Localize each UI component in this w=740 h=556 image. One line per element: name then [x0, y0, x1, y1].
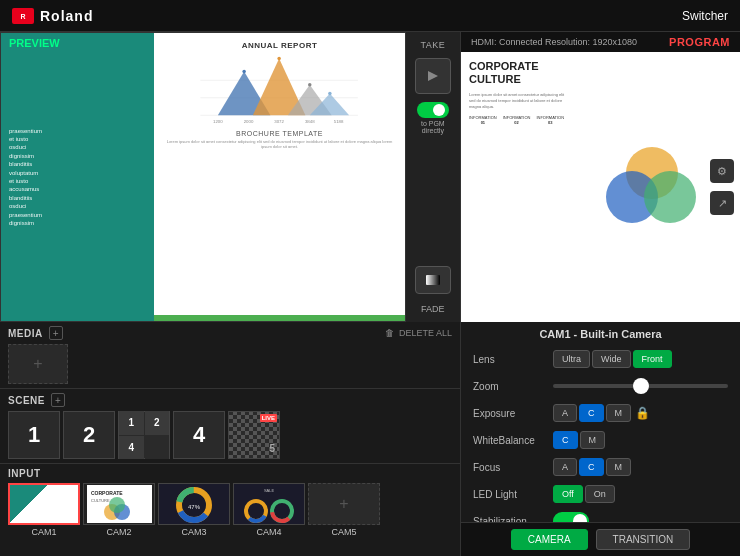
- program-icons: ⚙ ↗: [710, 159, 734, 215]
- media-add-button[interactable]: +: [49, 326, 63, 340]
- scene-5-label: 5: [269, 443, 275, 454]
- scene-grid: 1 2 1 2 4 4: [8, 411, 452, 459]
- tab-camera[interactable]: CAMERA: [511, 529, 588, 550]
- live-badge: LIVE: [260, 414, 277, 422]
- scene-add-button[interactable]: +: [51, 393, 65, 407]
- preview-content: praesentium et iusto osduci dignissim bl…: [1, 33, 405, 321]
- hdmi-status: HDMI: Connected Resolution: 1920x1080: [471, 37, 637, 47]
- media-title: MEDIA: [8, 328, 43, 339]
- cam-control-whitebalance: C M: [553, 431, 728, 449]
- fade-icon: [426, 275, 440, 285]
- exposure-c-button[interactable]: C: [579, 404, 604, 422]
- zoom-slider[interactable]: [553, 384, 728, 388]
- scene-item-3[interactable]: 1 2 4: [118, 411, 170, 459]
- to-pgm-switch[interactable]: [417, 102, 449, 118]
- svg-text:SALE: SALE: [264, 488, 275, 493]
- exposure-btn-group: A C M: [553, 404, 631, 422]
- input-label-cam5: CAM5: [331, 527, 356, 537]
- svg-point-9: [243, 70, 247, 74]
- slide-subtitle: BROCHURE TEMPLATE: [236, 130, 323, 137]
- exposure-a-button[interactable]: A: [553, 404, 577, 422]
- cam-row-lens: Lens Ultra Wide Front: [473, 348, 728, 370]
- lens-ultra-button[interactable]: Ultra: [553, 350, 590, 368]
- led-off-button[interactable]: Off: [553, 485, 583, 503]
- slide-title: ANNUAL REPORT: [242, 41, 318, 50]
- cam-row-led: LED Light Off On: [473, 483, 728, 505]
- zoom-slider-thumb[interactable]: [633, 378, 649, 394]
- scene-item-1[interactable]: 1: [8, 411, 60, 459]
- stabilization-toggle[interactable]: [553, 512, 589, 522]
- svg-marker-18: [428, 71, 438, 81]
- input-item-cam2[interactable]: CORPORATE CULTURE CAM2: [83, 483, 155, 537]
- scene-sub-4: [145, 436, 170, 460]
- input-thumb-cam4: SALE: [233, 483, 305, 525]
- led-on-button[interactable]: On: [585, 485, 615, 503]
- input-item-cam3[interactable]: 47% CAM3: [158, 483, 230, 537]
- scene-item-5[interactable]: LIVE 5: [228, 411, 280, 459]
- cam-label-zoom: Zoom: [473, 381, 553, 392]
- trash-icon: 🗑: [385, 328, 394, 338]
- scene-sub-3: 4: [119, 436, 144, 460]
- wb-btn-group: C M: [553, 431, 605, 449]
- scene-item-2[interactable]: 2: [63, 411, 115, 459]
- focus-c-button[interactable]: C: [579, 458, 604, 476]
- corp-slide-desc: Lorem ipsum dolor sit amet consectetur a…: [469, 92, 565, 109]
- share-icon-button[interactable]: ↗: [710, 191, 734, 215]
- input-item-cam5[interactable]: + CAM5: [308, 483, 380, 537]
- right-panel: HDMI: Connected Resolution: 1920x1080 PR…: [460, 32, 740, 556]
- slide-text-lines: praesentium et iusto osduci dignissim bl…: [9, 127, 146, 228]
- exposure-m-button[interactable]: M: [606, 404, 632, 422]
- exposure-lock-icon[interactable]: 🔒: [635, 406, 650, 420]
- settings-icon-button[interactable]: ⚙: [710, 159, 734, 183]
- wb-c-button[interactable]: C: [553, 431, 578, 449]
- slide-chart: 1200 2000 3072 3848 5188: [162, 54, 396, 124]
- take-fade-controls: TAKE to PGMdirectly FADE: [406, 32, 460, 322]
- input-item-cam4[interactable]: SALE CAM4: [233, 483, 305, 537]
- input-label-cam3: CAM3: [181, 527, 206, 537]
- input-add-cam5[interactable]: +: [308, 483, 380, 525]
- lens-front-button[interactable]: Front: [633, 350, 672, 368]
- svg-text:3072: 3072: [275, 119, 285, 124]
- main-layout: PREVIEW praesentium et iusto osduci dign…: [0, 32, 740, 556]
- svg-point-10: [278, 57, 282, 61]
- input-grid: CAM1 CORPORATE CULTURE: [8, 483, 452, 537]
- to-pgm-toggle: to PGMdirectly: [417, 102, 449, 134]
- focus-m-button[interactable]: M: [606, 458, 632, 476]
- svg-point-24: [109, 497, 125, 513]
- cam-control-focus: A C M: [553, 458, 728, 476]
- preview-section: PREVIEW praesentium et iusto osduci dign…: [0, 32, 406, 322]
- to-pgm-label: to PGMdirectly: [421, 120, 445, 134]
- svg-text:47%: 47%: [188, 504, 201, 510]
- input-section: INPUT CAM1: [0, 464, 460, 556]
- corp-slide-left: CORPORATE CULTURE Lorem ipsum dolor sit …: [461, 52, 573, 322]
- preview-program-row: PREVIEW praesentium et iusto osduci dign…: [0, 32, 460, 322]
- preview-label: PREVIEW: [9, 37, 60, 49]
- slide-green-bar: [154, 315, 404, 321]
- media-add-cell[interactable]: +: [8, 344, 68, 384]
- left-panel: PREVIEW praesentium et iusto osduci dign…: [0, 32, 460, 556]
- cam-label-whitebalance: WhiteBalance: [473, 435, 553, 446]
- scene-sub-2: 2: [145, 411, 170, 435]
- lens-btn-group: Ultra Wide Front: [553, 350, 672, 368]
- fade-button[interactable]: [415, 266, 451, 294]
- app-header: R Roland Switcher: [0, 0, 740, 32]
- lens-wide-button[interactable]: Wide: [592, 350, 631, 368]
- corp-stats: INFORMATION01 INFORMATION02 INFORMATION0…: [469, 115, 565, 125]
- wb-m-button[interactable]: M: [580, 431, 606, 449]
- media-section-header: MEDIA + 🗑 DELETE ALL: [8, 326, 452, 340]
- take-button[interactable]: [415, 58, 451, 94]
- tab-transition[interactable]: TRANSITION: [596, 529, 691, 550]
- venn-diagram: [606, 147, 706, 227]
- cam-row-zoom: Zoom: [473, 375, 728, 397]
- input-item-cam1[interactable]: CAM1: [8, 483, 80, 537]
- media-delete-all-button[interactable]: 🗑 DELETE ALL: [385, 328, 452, 338]
- scene-title: SCENE: [8, 395, 45, 406]
- camera-title: CAM1 - Built-in Camera: [473, 328, 728, 340]
- cam3-preview: 47%: [159, 484, 229, 525]
- focus-a-button[interactable]: A: [553, 458, 577, 476]
- roland-logo-icon: R: [12, 8, 34, 24]
- cam-control-zoom: [553, 384, 728, 388]
- cam-row-focus: Focus A C M: [473, 456, 728, 478]
- scene-item-4[interactable]: 4: [173, 411, 225, 459]
- input-thumb-cam3: 47%: [158, 483, 230, 525]
